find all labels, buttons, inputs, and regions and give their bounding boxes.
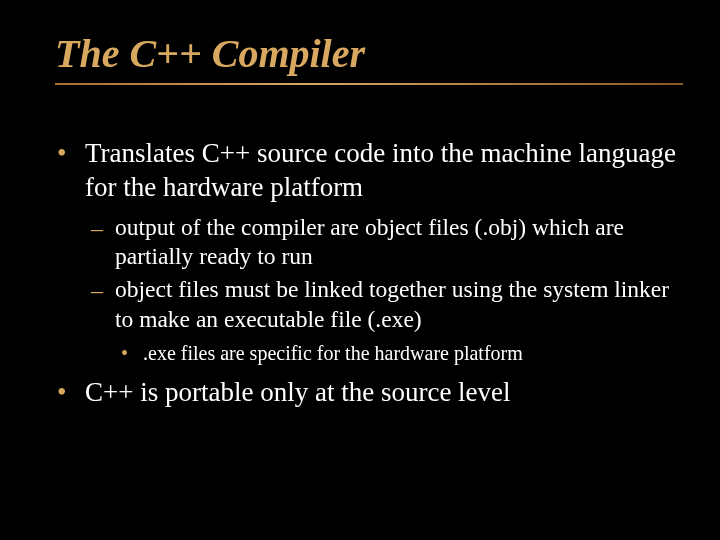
bullet-text: Translates C++ source code into the mach… [85,138,676,202]
bullet-item: output of the compiler are object files … [115,213,680,272]
bullet-item: Translates C++ source code into the mach… [85,137,680,366]
bullet-text: C++ is portable only at the source level [85,377,511,407]
slide-title: The C++ Compiler [55,30,683,85]
slide: The C++ Compiler Translates C++ source c… [0,0,720,540]
bullet-text: output of the compiler are object files … [115,214,624,269]
bullet-item: object files must be linked together usi… [115,275,680,366]
bullet-item: .exe files are specific for the hardware… [143,340,680,366]
bullet-list-level1: Translates C++ source code into the mach… [55,137,680,410]
bullet-item: C++ is portable only at the source level [85,376,680,410]
bullet-text: .exe files are specific for the hardware… [143,342,523,364]
bullet-list-level3: .exe files are specific for the hardware… [115,340,680,366]
bullet-text: object files must be linked together usi… [115,276,669,331]
bullet-list-level2: output of the compiler are object files … [85,213,680,367]
